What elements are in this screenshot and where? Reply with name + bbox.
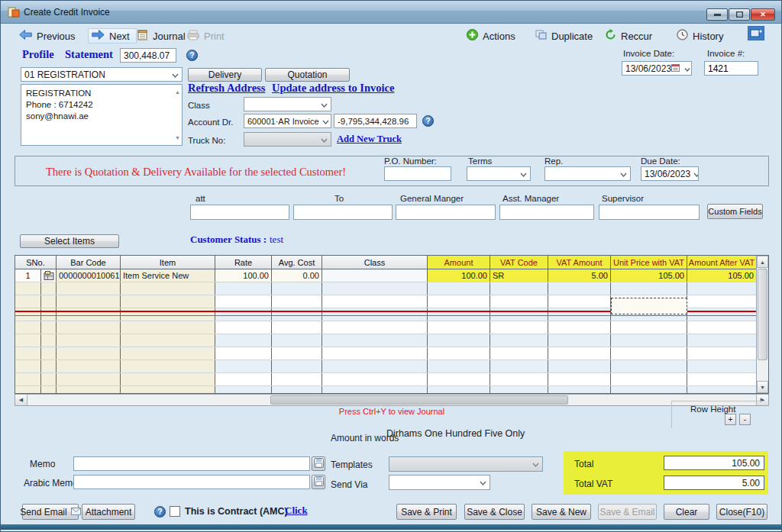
to-field[interactable] xyxy=(293,205,393,220)
select-items-button[interactable]: Select Items xyxy=(20,234,119,248)
send-via-select[interactable] xyxy=(389,475,490,490)
class-select[interactable] xyxy=(244,97,331,111)
empty-row[interactable] xyxy=(15,282,768,295)
address-line: sony@hnawi.ae xyxy=(26,111,170,122)
po-number-label: P.O. Number: xyxy=(384,156,437,166)
col-amount[interactable]: Amount xyxy=(428,256,490,269)
invoice-date-label: Invoice Date: xyxy=(623,49,674,58)
col-bar-code[interactable]: Bar Code xyxy=(57,256,121,269)
supervisor-field[interactable] xyxy=(599,205,700,220)
memo-field[interactable] xyxy=(73,456,310,471)
account-select[interactable]: 600001·AR Invoice xyxy=(244,114,331,128)
col-sno[interactable]: SNo. xyxy=(15,256,57,269)
general-manager-field[interactable] xyxy=(396,205,496,220)
help-icon[interactable]: ? xyxy=(154,506,166,517)
close-button[interactable]: ✕ xyxy=(751,8,775,21)
asst-manager-field[interactable] xyxy=(499,205,594,220)
scrollbar-thumb[interactable] xyxy=(270,395,568,405)
col-class[interactable]: Class xyxy=(322,256,428,269)
col-vat-code[interactable]: VAT Code xyxy=(490,256,548,269)
empty-row[interactable] xyxy=(15,360,768,373)
line-items-table[interactable]: SNo. Bar Code Item Rate Avg. Cost Class … xyxy=(15,255,769,394)
col-amount-after-vat[interactable]: Amount After VAT xyxy=(687,256,757,269)
screenshot-icon[interactable] xyxy=(748,26,764,43)
refresh-address-link[interactable]: Refresh Address xyxy=(188,82,265,95)
col-rate[interactable]: Rate xyxy=(215,256,272,269)
reccur-button[interactable]: Reccur xyxy=(605,28,652,44)
actions-button[interactable]: Actions xyxy=(467,28,515,44)
print-button: Print xyxy=(187,28,225,44)
col-avg-cost[interactable]: Avg. Cost xyxy=(272,256,322,269)
scrollbar-thumb[interactable] xyxy=(758,269,767,360)
send-email-button[interactable]: Send Email xyxy=(22,504,79,520)
chevron-down-icon xyxy=(532,459,539,469)
clear-button[interactable]: Clear xyxy=(664,504,709,520)
save-new-button[interactable]: Save & New xyxy=(532,504,591,520)
save-close-button[interactable]: Save & Close xyxy=(464,504,525,520)
empty-row[interactable] xyxy=(15,347,768,360)
empty-row[interactable] xyxy=(15,334,768,347)
due-date-select[interactable]: 13/06/2023 xyxy=(641,166,699,181)
table-vertical-scrollbar[interactable]: ▲ ▼ xyxy=(756,256,768,393)
scroll-up-icon[interactable]: ▲ xyxy=(757,256,768,268)
scroll-left-icon[interactable]: ◀ xyxy=(15,395,27,405)
empty-row[interactable] xyxy=(15,373,768,386)
history-icon xyxy=(677,29,688,43)
update-address-link[interactable]: Update address to Invoice xyxy=(272,82,394,95)
col-vat-amount[interactable]: VAT Amount xyxy=(548,256,611,269)
contract-checkbox[interactable] xyxy=(170,506,180,517)
journal-button[interactable]: Journal xyxy=(137,28,186,44)
help-icon[interactable]: ? xyxy=(186,50,198,61)
profile-link[interactable]: Profile xyxy=(22,48,54,61)
arabic-memo-save-button[interactable] xyxy=(312,475,325,489)
col-unit-price-with-vat[interactable]: Unit Price with VAT xyxy=(611,256,687,269)
attachment-button[interactable]: Attachment xyxy=(82,504,135,520)
rep-select[interactable] xyxy=(544,166,631,181)
empty-row[interactable] xyxy=(15,308,768,321)
item-card-icon[interactable] xyxy=(41,269,57,282)
memo-save-button[interactable] xyxy=(312,456,325,471)
empty-row[interactable] xyxy=(15,321,768,334)
help-icon[interactable]: ? xyxy=(422,115,434,127)
empty-row[interactable] xyxy=(15,295,768,308)
click-link[interactable]: Click xyxy=(285,505,308,517)
save-print-button[interactable]: Save & Print xyxy=(396,504,457,520)
arabic-memo-field[interactable] xyxy=(73,475,310,489)
address-line: Phone : 6714242 xyxy=(26,99,170,111)
empty-row[interactable] xyxy=(15,386,768,394)
cell-unit-price-with-vat: 105.00 xyxy=(611,269,687,282)
quotation-button[interactable]: Quotation xyxy=(265,68,350,82)
row-height-decrease-button[interactable]: - xyxy=(739,414,751,425)
history-button[interactable]: History xyxy=(677,28,723,44)
calendar-icon xyxy=(671,63,680,74)
delivery-button[interactable]: Delivery xyxy=(188,68,262,82)
next-button[interactable]: Next xyxy=(88,28,137,44)
table-row[interactable]: 1 0000000010061 Item Service New 100.00 … xyxy=(15,269,768,282)
terms-select[interactable] xyxy=(467,166,531,181)
col-item[interactable]: Item xyxy=(121,256,215,269)
customer-address-box[interactable]: REGISTRATION Phone : 6714242 sony@hnawi.… xyxy=(21,84,183,146)
balance-display: 300,448.07 xyxy=(120,48,176,63)
maximize-button[interactable] xyxy=(729,8,750,21)
customer-select[interactable]: 01 REGISTRATION xyxy=(21,67,183,82)
scroll-down-icon[interactable]: ▼ xyxy=(757,381,768,393)
scroll-up-icon[interactable]: ▲ xyxy=(175,86,180,98)
due-date-label: Due Date: xyxy=(641,156,680,166)
chevron-down-icon xyxy=(172,69,179,80)
po-number-field[interactable] xyxy=(384,166,451,181)
row-height-increase-button[interactable]: + xyxy=(725,414,736,425)
minimize-button[interactable] xyxy=(706,8,728,21)
invoice-number-field[interactable] xyxy=(704,61,758,76)
invoice-date-picker[interactable]: 13/06/2023 xyxy=(622,61,692,76)
table-horizontal-scrollbar[interactable]: ◀ ▶ xyxy=(15,394,769,406)
previous-button[interactable]: Previous xyxy=(19,28,76,44)
duplicate-button[interactable]: Duplicate xyxy=(535,28,593,44)
att-field[interactable] xyxy=(190,205,289,220)
close-f10-button[interactable]: Close(F10) xyxy=(716,504,767,520)
scroll-down-icon[interactable]: ▼ xyxy=(175,132,180,143)
previous-icon xyxy=(19,30,32,42)
custom-fields-button[interactable]: Custom Fields xyxy=(707,204,763,219)
add-new-truck-link[interactable]: Add New Truck xyxy=(337,134,402,145)
cell-sno: 1 xyxy=(15,269,41,282)
statement-link[interactable]: Statement xyxy=(65,48,113,61)
